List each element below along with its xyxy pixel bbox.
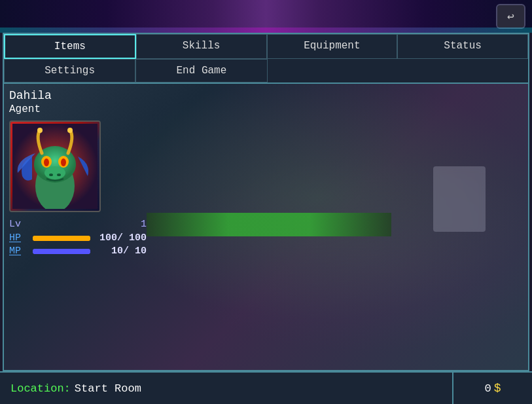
svg-point-10 <box>49 174 53 176</box>
svg-point-6 <box>44 158 49 166</box>
svg-point-3 <box>44 166 65 179</box>
location-label: Location: <box>10 382 71 395</box>
character-portrait <box>9 120 101 212</box>
svg-point-9 <box>67 128 73 133</box>
mp-row: MP 10/ 10 <box>9 246 147 257</box>
tab-empty-2 <box>398 59 528 83</box>
nav-row-2: Settings End Game <box>4 59 528 83</box>
svg-point-8 <box>37 128 43 133</box>
level-label: Lv <box>9 219 21 230</box>
hp-bar <box>33 236 90 241</box>
mp-bar <box>33 249 90 254</box>
currency-amount: 0 <box>484 382 491 395</box>
location-section: Location: Start Room <box>0 373 453 404</box>
currency-icon: $ <box>494 382 501 395</box>
level-value: 1 <box>141 219 147 230</box>
back-button[interactable]: ↩ <box>496 4 525 29</box>
location-name: Start Room <box>75 382 141 395</box>
svg-point-7 <box>61 158 66 166</box>
tab-skills[interactable]: Skills <box>136 34 267 59</box>
tab-endgame[interactable]: End Game <box>135 59 267 83</box>
tab-settings[interactable]: Settings <box>4 59 135 83</box>
tab-equipment[interactable]: Equipment <box>267 34 398 59</box>
hp-bar-container <box>33 236 90 241</box>
display-area <box>147 89 523 365</box>
status-bar: Location: Start Room 0 $ <box>0 371 532 404</box>
back-icon: ↩ <box>507 9 514 24</box>
hp-row: HP 100/ 100 <box>9 232 147 244</box>
currency-section: 0 $ <box>453 373 532 404</box>
tab-empty-1 <box>268 59 398 83</box>
nav-tabs: Items Skills Equipment Status Settings E… <box>4 34 528 84</box>
character-info: Dahila Agent <box>9 89 147 365</box>
blurry-box <box>433 166 486 232</box>
tab-items[interactable]: Items <box>4 34 136 59</box>
tab-status[interactable]: Status <box>397 34 528 59</box>
mp-values: 10/ 10 <box>94 246 147 257</box>
svg-point-11 <box>57 174 61 176</box>
character-panel: Dahila Agent <box>4 84 528 370</box>
portrait-svg <box>12 124 98 209</box>
mp-label: MP <box>9 246 29 257</box>
portrait-background <box>10 122 99 211</box>
hp-values: 100/ 100 <box>94 232 147 244</box>
root-container: ↩ Items Skills Equipment Status <box>0 0 532 404</box>
character-name: Dahila <box>9 89 147 102</box>
nav-row-1: Items Skills Equipment Status <box>4 34 528 59</box>
hp-label: HP <box>9 232 29 244</box>
character-class: Agent <box>9 103 147 115</box>
green-bar <box>147 213 391 236</box>
mp-bar-container <box>33 249 90 254</box>
top-bar: ↩ <box>0 0 532 33</box>
main-content: Items Skills Equipment Status Settings E… <box>3 33 529 371</box>
character-level: Lv 1 <box>9 219 147 230</box>
